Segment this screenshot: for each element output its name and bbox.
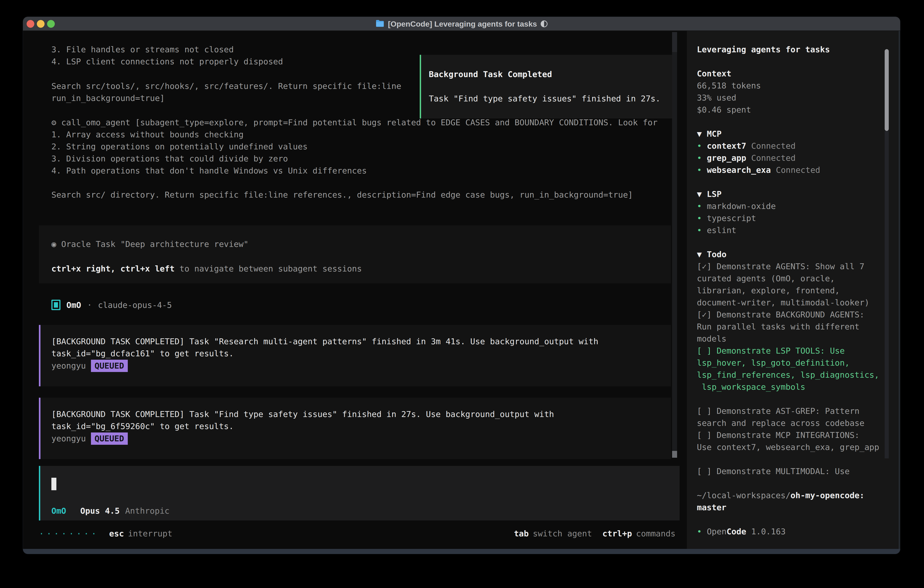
message-text: task_id="bg_6f59260c" to get results. <box>51 420 234 432</box>
todo-item-done: [✓] Demonstrate AGENTS: Show all 7 curat… <box>697 260 900 309</box>
window-titlebar[interactable]: [OpenCode] Leveraging agents for tasks <box>23 17 900 31</box>
commands-hint: commands <box>636 529 675 538</box>
mcp-item: •grep_appConnected <box>697 152 900 164</box>
todo-line: search and replace across codebase <box>697 417 900 429</box>
message-text: [BACKGROUND TASK COMPLETED] Task "Find t… <box>51 408 554 420</box>
todo-line: models <box>697 333 900 345</box>
terminal-line: Search src/tools/, src/hooks/, src/featu… <box>51 80 401 92</box>
lsp-item: •eslint <box>697 224 900 236</box>
mcp-heading: MCP <box>707 129 722 139</box>
lsp-item: •markdown-oxide <box>697 200 900 212</box>
lsp-name: eslint <box>707 226 736 235</box>
bullet-icon: • <box>697 226 702 235</box>
mcp-name: context7 <box>707 141 746 150</box>
lsp-heading: LSP <box>707 189 722 199</box>
message-text: [BACKGROUND TASK COMPLETED] Task "Resear… <box>51 335 599 347</box>
ctrl-p-key-label: ctrl+p <box>602 529 632 538</box>
toast-title: Background Task Completed <box>429 68 552 80</box>
todo-line: [ ] Demonstrate AST-GREP: Pattern <box>697 405 900 417</box>
bullet-icon: • <box>697 202 702 211</box>
window-title: [OpenCode] Leveraging agents for tasks <box>388 20 537 28</box>
agent-model: claude-opus-4-5 <box>98 301 172 310</box>
oracle-task-title: ◉ Oracle Task "Deep architecture review" <box>51 238 249 250</box>
agent-name: OmO <box>66 301 81 310</box>
main-scrollbar[interactable] <box>672 32 677 458</box>
activity-dots-icon: ········ <box>39 529 99 538</box>
main-scrollbar-thumb[interactable] <box>672 451 677 458</box>
context-tokens: 66,518 tokens <box>697 79 900 92</box>
commands-shortcut: ctrl+pcommands <box>602 529 675 538</box>
message-meta: yeongyu QUEUED <box>51 433 128 444</box>
todo-line: curated agents (OmO, oracle, <box>697 273 900 284</box>
provider-label: Anthropic <box>125 506 169 515</box>
gear-icon: ⚙ <box>51 118 56 127</box>
mcp-item: •websearch_exaConnected <box>697 164 900 176</box>
terminal-line: 4. Path operations that don't handle Win… <box>51 165 367 177</box>
workspace-branch: master <box>697 501 900 514</box>
lsp-section-header[interactable]: ▼LSP <box>697 188 900 200</box>
message-meta: yeongyu QUEUED <box>51 360 128 372</box>
sidebar-scrollbar[interactable] <box>884 131 889 458</box>
toast-body: Task "Find type safety issues" finished … <box>429 92 660 105</box>
message-author: yeongyu <box>51 434 86 443</box>
lsp-name: markdown-oxide <box>707 202 776 211</box>
status-badge: QUEUED <box>91 360 128 372</box>
terminal-line: run_in_background=true] <box>51 92 165 104</box>
status-badge: QUEUED <box>91 433 128 445</box>
window-bottom-edge <box>23 549 900 554</box>
bullet-icon: • <box>697 165 702 175</box>
mcp-status: Connected <box>751 153 795 163</box>
todo-line: [✓] Demonstrate BACKGROUND AGENTS: <box>697 309 900 320</box>
text-cursor <box>51 478 56 490</box>
editor-footer: OmO Opus 4.5 Anthropic <box>51 505 170 517</box>
sidebar-scrollbar-thumb[interactable] <box>884 49 889 131</box>
omo-agent-icon <box>51 300 61 310</box>
main-scrollbar-cap <box>672 32 677 52</box>
mcp-name: websearch_exa <box>707 165 771 175</box>
terminal-line: 3. Division operations that could divide… <box>51 153 288 165</box>
lsp-name: typescript <box>707 213 756 223</box>
workspace-path: ~/local-workspaces/oh-my-opencode: <box>697 489 900 501</box>
todo-line: Run parallel tasks with different <box>697 320 900 333</box>
terminal-line: 2. String operations on potentially unde… <box>51 140 308 153</box>
chevron-down-icon: ▼ <box>697 129 702 139</box>
message-author: yeongyu <box>51 361 86 370</box>
app-version: 1.0.163 <box>751 527 786 536</box>
hint-text: to navigate between subagent sessions <box>175 264 362 273</box>
todo-heading: Todo <box>707 249 727 259</box>
terminal-window: [OpenCode] Leveraging agents for tasks 3… <box>23 17 900 554</box>
mcp-status: Connected <box>751 141 795 150</box>
terminal-line: 1. Array access without bounds checking <box>51 129 244 140</box>
status-left: ········ esc interrupt <box>39 529 172 538</box>
workspace-repo: oh-my-opencode: <box>790 491 865 500</box>
todo-item-done: [✓] Demonstrate BACKGROUND AGENTS: Run p… <box>697 309 900 345</box>
session-title: Leveraging agents for tasks <box>697 43 900 56</box>
tab-key-label: tab <box>514 529 529 538</box>
active-agent-label: OmO <box>51 506 66 515</box>
status-right: tabswitch agent ctrl+pcommands <box>514 529 675 538</box>
status-bar: ········ esc interrupt tabswitch agent c… <box>39 527 675 540</box>
terminal-line: Search src/ directory. Return specific f… <box>51 189 633 201</box>
oracle-task-box: ◉ Oracle Task "Deep architecture review"… <box>39 225 671 283</box>
task-message: [BACKGROUND TASK COMPLETED] Task "Resear… <box>39 325 671 386</box>
bullet-icon: • <box>697 527 702 536</box>
separator-dot: · <box>87 301 92 310</box>
active-model-label: Opus 4.5 <box>80 506 120 515</box>
todo-section-header[interactable]: ▼Todo <box>697 248 900 260</box>
workspace-prefix: ~/local-workspaces/ <box>697 491 790 500</box>
window-title-group: [OpenCode] Leveraging agents for tasks <box>23 17 900 31</box>
task-message: [BACKGROUND TASK COMPLETED] Task "Find t… <box>39 398 671 459</box>
oracle-task-hint: ctrl+x right, ctrl+x left to navigate be… <box>51 263 362 275</box>
prompt-input[interactable]: OmO Opus 4.5 Anthropic <box>39 466 680 520</box>
background-task-toast[interactable]: Background Task Completed Task "Find typ… <box>420 55 676 119</box>
context-heading: Context <box>697 68 900 79</box>
todo-line: document-writer, multimodal-looker) <box>697 297 900 309</box>
todo-line: librarian, explore, frontend, <box>697 284 900 297</box>
agent-call-text: call_omo_agent [subagent_type=explore, p… <box>61 118 658 127</box>
mcp-section-header[interactable]: ▼MCP <box>697 128 900 140</box>
mcp-item: •context7Connected <box>697 140 900 152</box>
chevron-down-icon: ▼ <box>697 189 702 199</box>
todo-line: [ ] Demonstrate MULTIMODAL: Use <box>697 465 900 477</box>
todo-line: lsp_workspace_symbols <box>697 381 900 393</box>
folder-icon <box>376 20 384 28</box>
